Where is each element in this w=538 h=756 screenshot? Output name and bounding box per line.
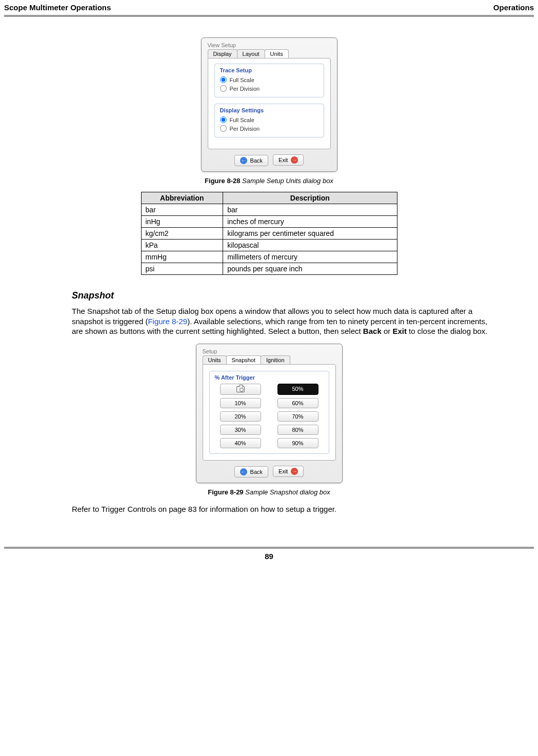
table-row: kg/cm2kilograms per centimeter squared (141, 228, 397, 240)
fig-desc: Sample Snapshot dialog box (245, 488, 330, 496)
trace-setup-group: Trace Setup Full Scale Per Division (214, 64, 324, 97)
percent-30[interactable]: 30% (220, 425, 261, 435)
percent-40[interactable]: 40% (220, 438, 261, 448)
cell-abbrev: kg/cm2 (141, 228, 223, 240)
para-text: Refer to (72, 505, 101, 513)
percent-20[interactable]: 20% (220, 411, 261, 422)
page-header: Scope Multimeter Operations Operations (0, 0, 538, 14)
tab-layout[interactable]: Layout (237, 49, 265, 58)
camera-icon (236, 386, 245, 392)
exit-arrow-icon: → (291, 468, 298, 475)
percent-10[interactable]: 10% (220, 398, 261, 408)
cell-abbrev: psi (141, 263, 223, 275)
para-bold-exit: Exit (392, 327, 407, 335)
radio-input[interactable] (220, 125, 227, 132)
radio-label: Per Division (230, 86, 260, 92)
cell-abbrev: kPa (141, 240, 223, 251)
link-trigger-controls[interactable]: Trigger Controls (101, 505, 156, 513)
radio-label: Per Division (230, 126, 260, 132)
fig-desc: Sample Setup Units dialog box (242, 177, 333, 185)
exit-arrow-icon: → (291, 156, 298, 164)
cell-desc: kilopascal (223, 240, 397, 251)
radio-label: Full Scale (230, 77, 254, 83)
cell-desc: bar (223, 204, 397, 216)
cell-desc: inches of mercury (223, 216, 397, 228)
percent-grid: 50%10%60%20%70%30%80%40%90% (215, 384, 324, 448)
col-desc: Description (223, 192, 397, 204)
exit-button[interactable]: Exit → (273, 466, 304, 477)
cell-abbrev: bar (141, 204, 223, 216)
snapshot-btnbar: ← Back Exit → (203, 463, 336, 479)
back-label: Back (250, 469, 263, 475)
percent-60[interactable]: 60% (277, 398, 318, 408)
refer-paragraph: Refer to Trigger Controls on page 83 for… (72, 504, 492, 514)
units-dialog: View Setup Display Layout Units Trace Se… (201, 37, 337, 172)
back-arrow-icon: ← (240, 468, 247, 475)
percent-90[interactable]: 90% (277, 438, 318, 448)
percent-80[interactable]: 80% (277, 425, 318, 435)
tab-ignition[interactable]: Ignition (261, 355, 290, 364)
percent-70[interactable]: 70% (277, 411, 318, 422)
abbrev-table: Abbreviation Description barbarinHginche… (141, 192, 397, 275)
radio-input[interactable] (220, 76, 227, 83)
back-button[interactable]: ← Back (234, 155, 268, 166)
fig-num: Figure 8-29 (208, 488, 243, 496)
footer-rule (4, 547, 534, 549)
tab-snapshot[interactable]: Snapshot (226, 355, 261, 364)
units-tabbar: Display Layout Units (205, 49, 334, 58)
percent-50[interactable]: 50% (277, 384, 318, 395)
cell-desc: millimeters of mercury (223, 251, 397, 263)
table-row: inHginches of mercury (141, 216, 397, 228)
radio-trace-per-division[interactable]: Per Division (220, 84, 318, 93)
group-title: % After Trigger (215, 374, 324, 381)
para-text: on page 83 for information on how to set… (156, 505, 336, 513)
table-row: psipounds per square inch (141, 263, 397, 275)
back-label: Back (250, 157, 263, 164)
table-row: mmHgmillimeters of mercury (141, 251, 397, 263)
radio-input[interactable] (220, 116, 227, 123)
col-abbrev: Abbreviation (141, 192, 223, 204)
after-trigger-group: % After Trigger 50%10%60%20%70%30%80%40%… (209, 371, 329, 454)
snapshot-paragraph: The Snapshot tab of the Setup dialog box… (72, 306, 492, 336)
fig-num: Figure 8-28 (205, 177, 240, 185)
cell-abbrev: inHg (141, 216, 223, 228)
exit-label: Exit (278, 468, 288, 474)
dialog-title: Setup (200, 347, 339, 355)
tab-display[interactable]: Display (208, 49, 237, 58)
cell-abbrev: mmHg (141, 251, 223, 263)
radio-input[interactable] (220, 85, 227, 92)
header-right: Operations (493, 3, 534, 12)
snapshot-heading: Snapshot (72, 290, 507, 301)
fig29-caption: Figure 8-29 Sample Snapshot dialog box (31, 488, 507, 496)
cell-desc: pounds per square inch (223, 263, 397, 275)
radio-display-full-scale[interactable]: Full Scale (220, 115, 318, 124)
tab-units[interactable]: Units (265, 49, 289, 58)
table-row: barbar (141, 204, 397, 216)
back-arrow-icon: ← (240, 157, 247, 164)
back-button[interactable]: ← Back (234, 466, 268, 478)
exit-button[interactable]: Exit → (273, 154, 304, 166)
para-text: to close the dialog box. (407, 327, 488, 335)
header-left: Scope Multimeter Operations (4, 3, 111, 12)
display-settings-group: Display Settings Full Scale Per Division (214, 104, 324, 137)
snapshot-dialog: Setup Units Snapshot Ignition % After Tr… (196, 344, 343, 483)
radio-trace-full-scale[interactable]: Full Scale (220, 75, 318, 84)
exit-label: Exit (278, 157, 288, 163)
snapshot-tabbar: Units Snapshot Ignition (200, 355, 339, 364)
para-text: or (382, 327, 393, 335)
units-btnbar: ← Back Exit → (208, 151, 331, 167)
tab-units[interactable]: Units (203, 355, 227, 364)
para-bold-back: Back (363, 327, 382, 335)
snapshot-camera-button[interactable] (220, 384, 261, 395)
trace-setup-title: Trace Setup (220, 67, 318, 73)
display-settings-title: Display Settings (220, 107, 318, 113)
dialog-title: View Setup (205, 41, 334, 49)
cell-desc: kilograms per centimeter squared (223, 228, 397, 240)
radio-display-per-division[interactable]: Per Division (220, 124, 318, 133)
link-fig29[interactable]: Figure 8-29 (148, 317, 187, 326)
units-tab-body: Trace Setup Full Scale Per Division Disp… (208, 58, 331, 149)
snapshot-tab-body: % After Trigger 50%10%60%20%70%30%80%40%… (203, 364, 336, 461)
radio-label: Full Scale (230, 117, 254, 123)
page-number: 89 (0, 551, 538, 567)
table-row: kPakilopascal (141, 240, 397, 251)
